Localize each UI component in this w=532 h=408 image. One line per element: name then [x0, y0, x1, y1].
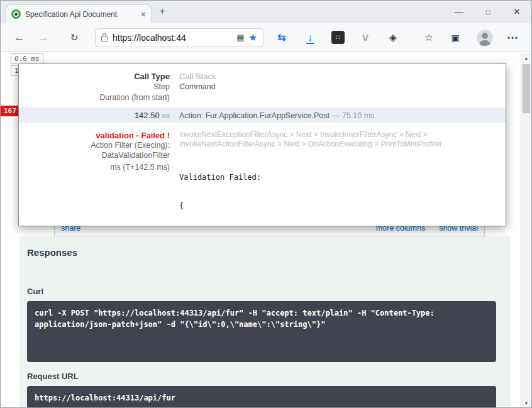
- request-url-label: Request URL: [27, 372, 79, 381]
- browser-toolbar: ← → ↻ https://localhost:44 ▦ ★ ⇆ ↓ ∷ V ◈…: [1, 23, 531, 52]
- title-bar: Specification Api Document × + — □ ×: [1, 1, 531, 23]
- sniffer-extension-icon[interactable]: ∷: [328, 31, 347, 44]
- settings-menu-icon[interactable]: ⋯: [504, 31, 521, 45]
- step-right-column: InvokeNextExceptionFilterAsync > Next > …: [179, 130, 506, 226]
- request-url-text: https://localhost:44313/api/fur: [35, 394, 175, 402]
- action-description: Action: Fur.Application.FurAppService.Po…: [179, 111, 506, 120]
- code-line: Validation Failed:: [179, 173, 493, 182]
- header-right-column: Call Stack Command: [179, 71, 506, 103]
- v-extension-icon[interactable]: V: [356, 32, 375, 43]
- action-filter-label: Action Filter (Execing):: [19, 141, 170, 151]
- request-url-block: https://localhost:44313/api/fur: [27, 386, 496, 408]
- refresh-button[interactable]: ↻: [65, 32, 84, 43]
- profiler-total-badge[interactable]: 167: [1, 106, 19, 116]
- layers-extension-icon[interactable]: ◈: [384, 31, 402, 43]
- profiler-popup-header: Call Type Step Duration (from start) Cal…: [19, 64, 506, 103]
- header-left-column: Call Type Step Duration (from start): [19, 71, 179, 103]
- action-text: Action: Fur.Application.FurAppService.Po…: [179, 111, 330, 120]
- duration-unit: ms: [162, 113, 170, 119]
- qr-code-icon[interactable]: ▦: [236, 33, 244, 42]
- profiler-detail-popup: Call Type Step Duration (from start) Cal…: [18, 63, 506, 226]
- scroll-down-button[interactable]: ▼: [521, 398, 531, 408]
- tab-title: Specification Api Document: [25, 10, 136, 19]
- address-bar[interactable]: https://localhost:44 ▦ ★: [95, 28, 263, 47]
- scroll-up-button[interactable]: ▲: [521, 53, 531, 63]
- code-line: {: [179, 201, 493, 211]
- action-duration: 142.50ms: [19, 111, 179, 120]
- new-tab-button[interactable]: +: [159, 5, 165, 18]
- lock-icon: [101, 36, 108, 41]
- back-button[interactable]: ←: [10, 31, 29, 44]
- call-stack-label: Call Stack: [179, 71, 493, 82]
- avatar-body-icon: [479, 40, 490, 46]
- validation-failed-label: validation - Failed !: [19, 130, 170, 141]
- curl-command-text: curl -X POST "https://localhost:44313/ap…: [35, 309, 435, 329]
- profiler-result-chip[interactable]: 0.6 ms: [11, 53, 43, 64]
- action-duration-suffix: — 75.10 ms: [332, 111, 374, 120]
- tab-close-icon[interactable]: ×: [141, 9, 146, 19]
- favorites-bar-icon[interactable]: ☆: [419, 32, 438, 43]
- collections-icon[interactable]: ▣: [446, 33, 465, 43]
- call-type-label: Call Type: [19, 71, 170, 82]
- call-stack-text: InvokeNextExceptionFilterAsync > Next > …: [179, 130, 493, 149]
- step-time-label: ms (T+142.5 ms): [19, 163, 170, 173]
- step-label: Step: [19, 82, 170, 92]
- profiler-step-row: validation - Failed ! Action Filter (Exe…: [19, 130, 506, 226]
- duration-value: 142.50: [135, 111, 160, 120]
- forward-button[interactable]: →: [34, 31, 53, 44]
- sniffer-glyph-icon: ∷: [331, 31, 345, 44]
- sync-extension-icon[interactable]: ⇆: [272, 31, 291, 43]
- download-extension-icon[interactable]: ↓: [301, 32, 319, 43]
- vertical-scrollbar[interactable]: ▲ ▼: [521, 53, 531, 408]
- maximize-button[interactable]: □: [474, 1, 502, 23]
- close-window-button[interactable]: ×: [502, 1, 531, 23]
- favorite-star-icon[interactable]: ★: [249, 32, 257, 43]
- download-arrow-icon: ↓: [306, 32, 314, 44]
- profiler-action-row[interactable]: 142.50ms Action: Fur.Application.FurAppS…: [19, 108, 506, 123]
- command-label: Command: [179, 82, 493, 92]
- duration-label: Duration (from start): [19, 92, 170, 103]
- profile-avatar[interactable]: [477, 30, 493, 46]
- window-controls: — □ ×: [445, 1, 531, 23]
- browser-tab[interactable]: Specification Api Document ×: [6, 4, 152, 23]
- data-validation-filter-label: DataValidationFilter: [19, 151, 170, 161]
- minimize-button[interactable]: —: [445, 1, 474, 23]
- scrollbar-thumb[interactable]: [523, 64, 530, 113]
- page-content: 0.6 ms 142.5 ms 167 share more columns s…: [1, 53, 531, 408]
- favicon-icon: [11, 9, 21, 19]
- responses-heading: Responses: [27, 247, 77, 258]
- curl-label: Curl: [27, 287, 43, 296]
- step-left-column: validation - Failed ! Action Filter (Exe…: [19, 130, 179, 226]
- url-text: https://localhost:44: [113, 33, 232, 43]
- validation-output-block: Validation Failed: { "Name": [ "The Valu…: [179, 154, 493, 226]
- avatar-head-icon: [482, 33, 488, 39]
- curl-command-block: curl -X POST "https://localhost:44313/ap…: [27, 301, 496, 362]
